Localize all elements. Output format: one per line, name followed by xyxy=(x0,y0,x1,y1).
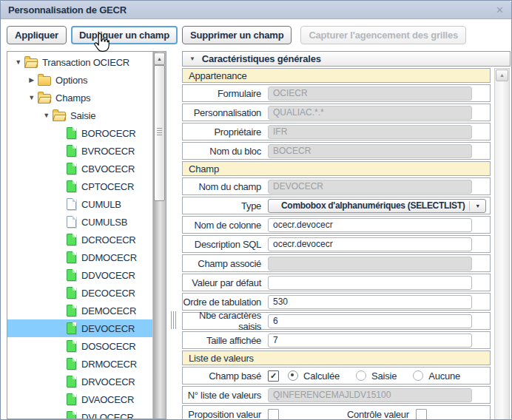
field-label: Nbe caractères saisis xyxy=(183,310,268,332)
tree-item-label: DRVOCECR xyxy=(81,376,135,387)
tree-item-cumulsb[interactable]: CUMULSB xyxy=(7,213,153,231)
document-icon xyxy=(67,145,76,157)
tree-item-cumulb[interactable]: CUMULB xyxy=(7,195,153,213)
window-title: Personnalisation de GECR xyxy=(8,4,127,16)
row-nbe-caracteres-saisis: Nbe caractères saisis xyxy=(182,312,491,330)
controle-valeur-label: Contrôle valeur xyxy=(347,409,409,420)
tree-item-label: DDVOCECR xyxy=(81,270,135,281)
champ-base-checkbox[interactable]: ✓ xyxy=(268,370,279,382)
tree-item-saisie[interactable]: ▼ Saisie xyxy=(7,106,153,124)
collapse-triangle-icon[interactable]: ▼ xyxy=(189,55,195,62)
field-label: Champ basé xyxy=(183,370,268,382)
field-label: Description SQL xyxy=(183,239,268,250)
panel-header-caracteristiques[interactable]: ▼ Caractéristiques générales xyxy=(182,51,511,67)
tree-item-label: Champs xyxy=(55,92,90,104)
nom-du-bloc-input xyxy=(268,144,472,158)
tree-scrollbar[interactable]: ▲ xyxy=(152,52,166,419)
chevron-right-icon[interactable]: ▶ xyxy=(27,76,36,84)
document-icon xyxy=(67,163,76,175)
dropdown-arrow-icon[interactable]: ▼ xyxy=(469,201,485,211)
tree-item-ddvocecr[interactable]: DDVOCECR xyxy=(7,266,153,284)
field-label: Nom du champ xyxy=(183,181,268,192)
scroll-up-icon[interactable]: ▲ xyxy=(496,70,508,81)
tree-item-dosocecr[interactable]: DOSOCECR xyxy=(7,337,153,355)
tree-item-drvocecr[interactable]: DRVOCECR xyxy=(7,373,153,390)
tree-item-ddmocecr[interactable]: DDMOCECR xyxy=(7,248,153,266)
title-bar: Personnalisation de GECR ✕ xyxy=(1,1,511,19)
formulaire-input xyxy=(268,87,472,101)
tree-item-dcrocecr[interactable]: DCROCECR xyxy=(7,231,153,248)
folder-open-icon xyxy=(38,94,51,104)
row-proprietaire: Propriétaire xyxy=(182,123,491,140)
document-icon xyxy=(67,393,76,405)
section-liste-de-valeurs: Liste de valeurs xyxy=(182,350,491,365)
field-label: Type xyxy=(183,200,268,211)
chevron-down-icon[interactable]: ▼ xyxy=(13,58,23,66)
field-label: Champ associé xyxy=(183,258,268,269)
saisie-radio-label: Saisie xyxy=(371,370,397,382)
close-icon[interactable]: ✕ xyxy=(496,5,504,15)
tree-item-champs[interactable]: ▼ Champs xyxy=(7,89,153,106)
folder-closed-icon xyxy=(38,76,51,86)
tree-item-borocecr[interactable]: BOROCECR xyxy=(7,124,153,142)
row-nom-du-bloc: Nom du bloc xyxy=(182,142,491,160)
calculee-radio-label: Calculée xyxy=(303,370,340,382)
appliquer-button[interactable]: Appliquer xyxy=(7,26,67,44)
saisie-radio[interactable] xyxy=(356,370,366,381)
taille-affichee-input[interactable] xyxy=(268,333,472,348)
supprimer-un-champ-button[interactable]: Supprimer un champ xyxy=(182,26,292,44)
tree-item-dvlocecr[interactable]: DVLOCECR xyxy=(7,408,153,419)
calculee-radio[interactable] xyxy=(288,370,298,381)
type-dropdown[interactable]: Combobox d'alphanumériques (SELECTLIST) … xyxy=(268,199,486,213)
nbe-caracteres-saisis-input[interactable] xyxy=(268,314,472,328)
tree-item-decocecr[interactable]: DECOCECR xyxy=(7,284,153,302)
aucune-radio-label: Aucune xyxy=(428,370,460,382)
chevron-down-icon[interactable]: ▼ xyxy=(27,94,36,101)
tree-item-transaction-ociecr[interactable]: ▼ Transaction OCIECR xyxy=(7,53,153,71)
dupliquer-un-champ-button[interactable]: Dupliquer un champ xyxy=(71,26,178,44)
tree-item-dvaocecr[interactable]: DVAOCECR xyxy=(7,390,153,408)
panel-splitter[interactable] xyxy=(171,311,178,329)
champ-associe-input xyxy=(268,257,472,271)
tree-item-label: DDMOCECR xyxy=(81,252,137,263)
tree-item-cbvocecr[interactable]: CBVOCECR xyxy=(7,160,153,177)
panel-scrollbar[interactable]: ▲ xyxy=(494,68,510,419)
document-icon xyxy=(67,234,76,245)
controle-valeur-checkbox[interactable] xyxy=(416,409,427,420)
document-icon xyxy=(67,216,76,228)
tree-item-democecr[interactable]: DEMOCECR xyxy=(7,302,153,319)
tree-item-label: BVROCECR xyxy=(81,146,135,157)
valeur-par-defaut-input[interactable] xyxy=(268,276,472,290)
tree-item-drmocecr[interactable]: DRMOCECR xyxy=(7,355,153,373)
row-no-liste-de-valeurs: N° liste de valeurs xyxy=(182,386,491,404)
tree-item-label: Transaction OCIECR xyxy=(42,57,129,68)
row-proposition-controle-valeur: Proposition valeur Contrôle valeur xyxy=(182,405,491,420)
tree-item-cptocecr[interactable]: CPTOCECR xyxy=(7,177,153,195)
tree-item-bvrocecr[interactable]: BVROCECR xyxy=(7,142,153,160)
proposition-valeur-checkbox[interactable] xyxy=(268,409,279,420)
personnalisation-input xyxy=(268,106,472,120)
scroll-up-icon[interactable]: ▲ xyxy=(154,52,165,65)
tree-scrollbar-thumb[interactable] xyxy=(154,65,165,201)
section-label: Liste de valeurs xyxy=(189,353,254,364)
toolbar: Appliquer Dupliquer un champ Supprimer u… xyxy=(1,19,511,50)
row-valeur-par-defaut: Valeur par défaut xyxy=(182,274,491,291)
ordre-de-tabulation-input[interactable] xyxy=(268,295,472,309)
chevron-down-icon[interactable]: ▼ xyxy=(41,112,51,119)
tree-item-label: Saisie xyxy=(70,110,95,121)
tree-item-label: CBVOCECR xyxy=(81,163,135,175)
tree: ▼ Transaction OCIECR ▶ Options ▼ Champs … xyxy=(7,52,153,419)
tree-item-devocecr-selected[interactable]: DEVOCECR xyxy=(7,319,153,337)
tree-item-options[interactable]: ▶ Options xyxy=(7,71,153,89)
field-label: Ordre de tabulation xyxy=(183,297,268,308)
tree-panel: ▼ Transaction OCIECR ▶ Options ▼ Champs … xyxy=(7,51,166,419)
section-label: Champ xyxy=(189,163,219,175)
proprietaire-input xyxy=(268,125,472,139)
tree-item-label: Options xyxy=(55,75,87,86)
field-label: Valeur par défaut xyxy=(183,277,268,288)
description-sql-input[interactable] xyxy=(268,237,472,251)
nom-de-colonne-input[interactable] xyxy=(268,218,472,232)
row-taille-affichee: Taille affichée xyxy=(182,331,491,349)
field-label: Formulaire xyxy=(183,88,268,99)
aucune-radio[interactable] xyxy=(413,370,423,381)
